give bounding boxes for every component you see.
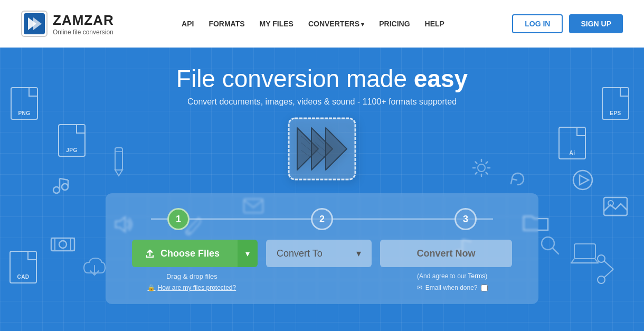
convert-now-button[interactable]: Convert Now bbox=[380, 240, 512, 267]
gear-icon bbox=[472, 158, 491, 177]
step-2: 2 bbox=[311, 208, 333, 230]
play-icon bbox=[572, 169, 594, 191]
nav-my-files[interactable]: MY FILES bbox=[260, 20, 293, 28]
sub-row: Drag & drop files 🔒 How are my files pro… bbox=[125, 272, 519, 291]
convert-to-chevron-icon: ▾ bbox=[356, 248, 361, 259]
conversion-panel: 1 2 3 Choose Files ▾ bbox=[106, 193, 538, 304]
hero-subtitle: Convert documents, images, videos & soun… bbox=[187, 97, 457, 107]
photo-icon bbox=[603, 195, 628, 217]
step-1: 1 bbox=[167, 208, 190, 230]
svg-line-26 bbox=[553, 248, 558, 254]
music-icon bbox=[50, 174, 71, 195]
step-3: 3 bbox=[454, 208, 477, 230]
float-ai-badge: Ai bbox=[558, 127, 586, 159]
cloud-icon bbox=[82, 256, 107, 276]
hero-section: PNG JPG CAD EPS Ai bbox=[0, 48, 644, 331]
center-logo-icon bbox=[282, 112, 362, 188]
float-eps-badge: EPS bbox=[602, 87, 629, 120]
laptop-icon bbox=[570, 243, 599, 265]
login-button[interactable]: LOG IN bbox=[512, 14, 563, 33]
navbar: ZAMZAR Online file conversion API FORMAT… bbox=[0, 0, 644, 48]
svg-point-15 bbox=[608, 201, 613, 206]
action-row: Choose Files ▾ Convert To ▾ Convert Now bbox=[125, 240, 519, 267]
svg-point-8 bbox=[573, 171, 592, 190]
dropdown-chevron-icon: ▾ bbox=[245, 249, 250, 259]
nav-help[interactable]: HELP bbox=[425, 20, 444, 28]
lock-icon: 🔒 bbox=[147, 284, 155, 291]
svg-point-11 bbox=[59, 241, 67, 248]
logo-sub: Online file conversion bbox=[53, 29, 114, 36]
svg-line-5 bbox=[60, 178, 68, 180]
logo-name: ZAMZAR bbox=[53, 12, 114, 29]
terms-link[interactable]: Terms bbox=[468, 272, 486, 280]
hero-title: File conversion made easy bbox=[176, 64, 468, 93]
choose-files-button[interactable]: Choose Files bbox=[132, 240, 238, 267]
upload-icon bbox=[145, 248, 155, 259]
svg-rect-14 bbox=[604, 197, 627, 215]
svg-line-29 bbox=[571, 259, 574, 263]
email-checkbox[interactable] bbox=[481, 285, 488, 291]
float-cad-badge: CAD bbox=[10, 251, 37, 283]
svg-point-3 bbox=[53, 187, 60, 193]
logo-text: ZAMZAR Online file conversion bbox=[53, 12, 114, 36]
svg-marker-23 bbox=[115, 170, 122, 176]
protection-link[interactable]: 🔒 How are my files protected? bbox=[147, 284, 236, 291]
svg-point-25 bbox=[542, 237, 554, 250]
float-jpg-badge: JPG bbox=[58, 124, 86, 157]
float-png-badge: PNG bbox=[11, 87, 38, 120]
steps-row: 1 2 3 bbox=[125, 208, 519, 230]
refresh-icon bbox=[508, 169, 528, 189]
agree-text: (And agree to our Terms) bbox=[417, 272, 487, 280]
choose-files-wrap: Choose Files ▾ bbox=[132, 240, 258, 267]
svg-point-16 bbox=[478, 164, 485, 172]
convert-to-dropdown[interactable]: Convert To ▾ bbox=[266, 240, 372, 267]
email-icon: ✉ bbox=[417, 284, 422, 291]
svg-point-18 bbox=[598, 276, 605, 283]
pencil-icon bbox=[111, 145, 127, 177]
svg-line-19 bbox=[604, 261, 613, 269]
email-row: ✉ Email when done? bbox=[417, 284, 488, 291]
film-icon bbox=[50, 235, 75, 254]
scissors-icon bbox=[596, 253, 615, 285]
nav-formats[interactable]: FORMATS bbox=[209, 20, 244, 28]
nav-pricing[interactable]: PRICING bbox=[379, 20, 410, 28]
svg-line-30 bbox=[595, 259, 598, 263]
svg-rect-10 bbox=[51, 238, 74, 251]
svg-rect-13 bbox=[71, 238, 74, 251]
nav-api[interactable]: API bbox=[182, 20, 194, 28]
signup-button[interactable]: SIGN UP bbox=[569, 14, 623, 33]
svg-point-7 bbox=[62, 184, 68, 190]
logo-icon bbox=[21, 11, 48, 37]
choose-files-dropdown[interactable]: ▾ bbox=[238, 240, 258, 267]
nav-converters[interactable]: CONVERTERS bbox=[308, 20, 364, 28]
drag-drop-text: Drag & drop files bbox=[166, 272, 217, 282]
svg-line-20 bbox=[604, 269, 613, 278]
magnifier-icon bbox=[539, 235, 560, 255]
svg-rect-12 bbox=[51, 238, 55, 251]
svg-rect-22 bbox=[115, 148, 122, 170]
logo[interactable]: ZAMZAR Online file conversion bbox=[21, 11, 114, 37]
nav-links: API FORMATS MY FILES CONVERTERS PRICING … bbox=[182, 20, 444, 28]
nav-buttons: LOG IN SIGN UP bbox=[512, 14, 623, 33]
svg-rect-27 bbox=[574, 244, 595, 259]
svg-marker-9 bbox=[580, 175, 589, 185]
svg-point-17 bbox=[598, 255, 605, 262]
